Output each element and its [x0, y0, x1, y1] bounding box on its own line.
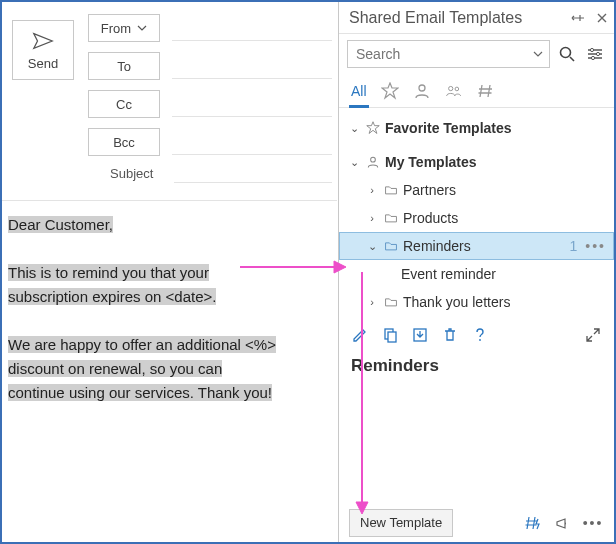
- to-button[interactable]: To: [88, 52, 160, 80]
- cc-field-line: [172, 116, 332, 117]
- templates-panel: Shared Email Templates All: [338, 2, 614, 542]
- pin-icon[interactable]: [566, 6, 590, 30]
- person-icon: [413, 82, 431, 100]
- from-field-line: [172, 40, 332, 41]
- to-field-line: [172, 78, 332, 79]
- import-icon[interactable]: [409, 324, 431, 346]
- tree-label: Reminders: [403, 238, 565, 254]
- svg-point-11: [479, 339, 481, 341]
- tree-products[interactable]: › Products: [339, 204, 614, 232]
- folder-icon: [383, 294, 399, 310]
- tab-tags[interactable]: [477, 74, 495, 107]
- detail-title: Reminders: [339, 350, 614, 378]
- svg-marker-13: [334, 261, 346, 273]
- chevron-down-icon: [137, 21, 147, 36]
- from-label: From: [101, 21, 131, 36]
- tree-favorites[interactable]: ⌄ Favorite Templates: [339, 114, 614, 142]
- expand-icon[interactable]: [582, 324, 604, 346]
- tree-label: Event reminder: [401, 266, 606, 282]
- svg-point-6: [455, 87, 459, 91]
- search-input[interactable]: [354, 45, 533, 63]
- star-icon: [381, 82, 399, 100]
- tab-favorites[interactable]: [381, 74, 399, 107]
- tree-label: Products: [403, 210, 606, 226]
- send-button[interactable]: Send: [12, 20, 74, 80]
- folder-icon: [383, 210, 399, 226]
- cc-button[interactable]: Cc: [88, 90, 160, 118]
- search-input-wrapper: [347, 40, 550, 68]
- tree-partners[interactable]: › Partners: [339, 176, 614, 204]
- tree-count: 1: [569, 238, 577, 254]
- body-line: We are happy to offer an additional <%>: [8, 336, 276, 353]
- megaphone-icon[interactable]: [552, 512, 574, 534]
- folder-icon: [383, 182, 399, 198]
- annotation-arrow-icon: [352, 270, 372, 516]
- body-line: subscription expires on <date>.: [8, 288, 216, 305]
- delete-icon[interactable]: [439, 324, 461, 346]
- copy-icon[interactable]: [379, 324, 401, 346]
- svg-point-0: [561, 48, 571, 58]
- search-icon[interactable]: [556, 41, 578, 67]
- subject-label: Subject: [110, 166, 153, 181]
- svg-marker-15: [356, 502, 368, 514]
- chevron-down-icon[interactable]: [533, 46, 543, 62]
- send-label: Send: [28, 56, 58, 71]
- templates-tree: ⌄ Favorite Templates ⌄ My Templates › Pa…: [339, 108, 614, 320]
- person-icon: [365, 154, 381, 170]
- tree-label: Favorite Templates: [385, 120, 606, 136]
- tree-reminders[interactable]: ⌄ Reminders 1 •••: [339, 232, 614, 260]
- body-line: Dear Customer,: [8, 216, 113, 233]
- chevron-down-icon: ⌄: [347, 122, 361, 135]
- more-icon[interactable]: •••: [585, 238, 606, 254]
- chevron-down-icon: ⌄: [347, 156, 361, 169]
- subject-field-line: [174, 182, 332, 183]
- svg-point-1: [590, 48, 593, 51]
- bcc-field-line: [172, 154, 332, 155]
- panel-title: Shared Email Templates: [339, 9, 566, 27]
- tab-team[interactable]: [445, 74, 463, 107]
- people-icon: [445, 82, 463, 100]
- tab-all[interactable]: All: [351, 74, 367, 107]
- help-icon[interactable]: [469, 324, 491, 346]
- tree-my-templates[interactable]: ⌄ My Templates: [339, 148, 614, 176]
- tree-event-reminder[interactable]: Event reminder: [339, 260, 614, 288]
- tree-label: Partners: [403, 182, 606, 198]
- chevron-down-icon: ⌄: [365, 240, 379, 253]
- template-toolbar: [339, 320, 614, 350]
- close-icon[interactable]: [590, 6, 614, 30]
- tree-label: My Templates: [385, 154, 606, 170]
- more-icon[interactable]: •••: [582, 512, 604, 534]
- tab-personal[interactable]: [413, 74, 431, 107]
- svg-point-3: [591, 56, 594, 59]
- chevron-right-icon: ›: [365, 212, 379, 224]
- hash-bolt-icon[interactable]: [522, 512, 544, 534]
- from-button[interactable]: From: [88, 14, 160, 42]
- svg-rect-9: [388, 332, 396, 342]
- folder-icon: [383, 238, 399, 254]
- svg-point-7: [371, 157, 376, 162]
- filter-settings-icon[interactable]: [584, 41, 606, 67]
- chevron-right-icon: ›: [365, 184, 379, 196]
- svg-point-5: [448, 86, 452, 90]
- star-icon: [365, 120, 381, 136]
- bcc-button[interactable]: Bcc: [88, 128, 160, 156]
- tree-label: Thank you letters: [403, 294, 606, 310]
- body-line: continue using our services. Thank you!: [8, 384, 272, 401]
- svg-point-4: [419, 85, 425, 91]
- send-icon: [32, 30, 54, 52]
- hash-icon: [477, 82, 495, 100]
- body-line: This is to remind you that your: [8, 264, 209, 281]
- body-line: discount on renewal, so you can: [8, 360, 222, 377]
- tree-thank-you[interactable]: › Thank you letters: [339, 288, 614, 316]
- annotation-arrow-icon: [238, 256, 348, 278]
- compose-divider: [2, 200, 337, 201]
- svg-point-2: [596, 52, 599, 55]
